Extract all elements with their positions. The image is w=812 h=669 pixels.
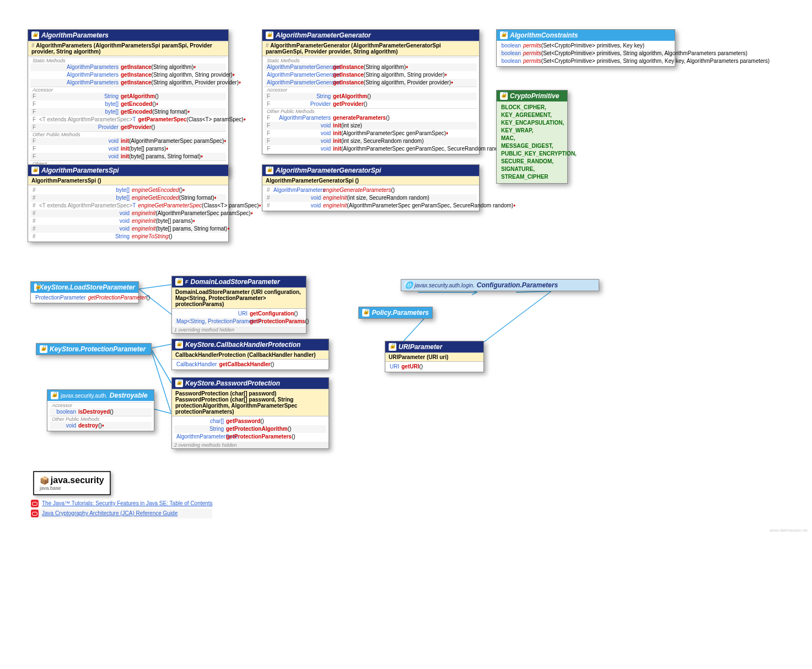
lock-icon (175, 341, 183, 349)
class-header: F DomainLoadStoreParameter (172, 276, 306, 287)
class-algorithm-parameter-generator: AlgorithmParameterGenerator # AlgorithmP… (262, 29, 480, 154)
lock-icon (266, 31, 273, 39)
interface-loadstore-parameter: KeyStore.LoadStoreParameter ProtectionPa… (30, 281, 139, 303)
lock-icon (31, 31, 39, 39)
class-header: CryptoPrimitive (497, 90, 567, 101)
enum-crypto-primitive: CryptoPrimitive BLOCK_CIPHER,KEY_AGREEME… (496, 90, 568, 184)
svg-line-1 (139, 289, 171, 314)
link-tutorials[interactable]: The Java™ Tutorials: Security Features i… (42, 500, 212, 507)
class-header: javax.security.auth.Destroyable (47, 390, 154, 401)
class-domain-loadstore-parameter: F DomainLoadStoreParameter DomainLoadSto… (171, 276, 306, 334)
class-header: 🌐 javax.security.auth.login.Configuratio… (401, 280, 599, 291)
enum-value: KEY_WRAP, (501, 127, 563, 135)
svg-line-0 (139, 285, 171, 289)
interface-policy-parameters: Policy.Parameters (358, 307, 433, 319)
svg-line-2 (152, 344, 171, 348)
lock-icon (500, 92, 508, 100)
svg-line-8 (516, 291, 551, 292)
lock-icon (266, 167, 273, 174)
class-header: KeyStore.PasswordProtection (172, 378, 329, 389)
watermark: www.falkhausen.de (770, 528, 808, 533)
class-uri-parameter: URIParameter URIParameter (URI uri) URI … (385, 341, 484, 372)
package-label: 📦 java.security java.base (33, 471, 111, 495)
class-header: AlgorithmParameterGeneratorSpi (262, 165, 479, 176)
link-jca-guide[interactable]: Java Cryptography Architecture (JCA) Ref… (42, 510, 178, 517)
constructor-row: # AlgorithmParameters (AlgorithmParamete… (28, 41, 228, 56)
class-header: KeyStore.LoadStoreParameter (31, 282, 138, 293)
section-static: Static Methods (30, 57, 226, 63)
lock-icon (175, 278, 183, 286)
enum-value: MESSAGE_DIGEST, (501, 142, 563, 150)
interface-configuration-parameters: 🌐 javax.security.auth.login.Configuratio… (401, 279, 599, 291)
constructor-row: # AlgorithmParameterGenerator (Algorithm… (262, 41, 479, 56)
oracle-icon (31, 510, 39, 517)
class-algorithm-parameters-spi: AlgorithmParametersSpi AlgorithmParamete… (28, 164, 229, 242)
lock-icon (40, 345, 47, 353)
class-algorithm-parameter-generator-spi: AlgorithmParameterGeneratorSpi Algorithm… (262, 164, 480, 211)
lock-icon (175, 379, 183, 387)
section-methods: Other Public Methods (30, 131, 226, 137)
enum-value: STREAM_CIPHER (501, 173, 563, 181)
class-header: KeyStore.CallbackHandlerProtection (172, 339, 329, 350)
svg-line-9 (480, 291, 551, 345)
lock-icon (51, 392, 58, 399)
enum-value: BLOCK_CIPHER, (501, 104, 563, 111)
class-header: AlgorithmParametersSpi (28, 165, 228, 176)
interface-algorithm-constraints: AlgorithmConstraints booleanpermits (Set… (496, 29, 675, 67)
enum-value: PUBLIC_KEY_ENCRYPTION, (501, 150, 563, 158)
svg-line-3 (152, 350, 171, 383)
class-header: AlgorithmConstraints (497, 30, 675, 41)
lock-icon (389, 343, 396, 351)
lock-icon (34, 283, 37, 291)
reference-links: The Java™ Tutorials: Security Features i… (31, 499, 212, 518)
lock-icon (362, 309, 369, 317)
enum-value: SECURE_RANDOM, (501, 158, 563, 165)
section-accessor: Accessor (30, 87, 226, 93)
class-header: AlgorithmParameters (28, 30, 228, 41)
oracle-icon (31, 500, 39, 507)
enum-value: MAC, (501, 135, 563, 142)
class-header: URIParameter (385, 341, 483, 352)
enum-value: KEY_AGREEMENT, (501, 111, 563, 119)
class-password-protection: KeyStore.PasswordProtection PasswordProt… (171, 377, 329, 449)
class-header: AlgorithmParameterGenerator (262, 30, 479, 41)
lock-icon (31, 167, 39, 174)
class-callback-handler-protection: KeyStore.CallbackHandlerProtection Callb… (171, 339, 329, 370)
enum-value: KEY_ENCAPSULATION, (501, 119, 563, 127)
lock-icon (500, 31, 508, 39)
class-header: Policy.Parameters (359, 307, 432, 318)
class-algorithm-parameters: AlgorithmParameters # AlgorithmParameter… (28, 29, 229, 176)
enum-value: SIGNATURE, (501, 165, 563, 173)
package-icon: 🌐 (405, 281, 412, 289)
class-header: KeyStore.ProtectionParameter (36, 344, 151, 355)
interface-destroyable: javax.security.auth.Destroyable Accessor… (47, 389, 154, 431)
interface-protection-parameter: KeyStore.ProtectionParameter (36, 343, 152, 355)
svg-line-4 (152, 351, 171, 413)
